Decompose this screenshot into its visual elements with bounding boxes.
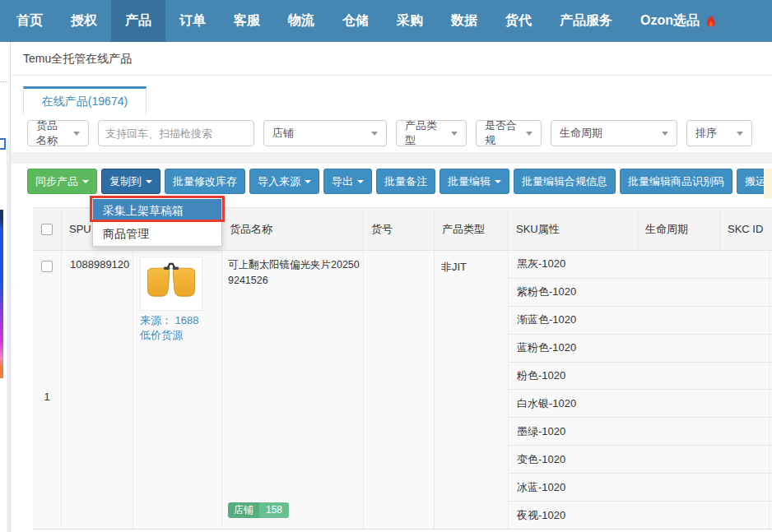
product-type-value: 非JIT — [435, 251, 508, 275]
source-link-label[interactable]: 低价货源 — [140, 328, 219, 343]
menu-item-collect-draft-box[interactable]: 采集上架草稿箱 — [93, 199, 221, 222]
row-checkbox[interactable] — [41, 261, 53, 272]
spu-cell: 1088989120 — [62, 251, 133, 529]
nav-item-customer-service[interactable]: 客服 — [220, 0, 274, 42]
cutoff-right-element — [764, 169, 772, 198]
lifecycle-select[interactable]: 生命周期 — [551, 120, 677, 146]
nav-item-freight[interactable]: 货代 — [491, 0, 546, 42]
source-link-1688[interactable]: 来源： 1688 低价货源 — [140, 313, 219, 343]
nav-item-data[interactable]: 数据 — [437, 0, 491, 42]
chevron-down-icon — [451, 132, 458, 136]
select-all-cell — [33, 208, 62, 250]
batch-edit-compliance-button[interactable]: 批量编辑合规信息 — [514, 169, 616, 194]
image-cell: 来源： 1688 低价货源 — [133, 251, 222, 529]
lifecycle-select-value: 生命周期 — [560, 126, 602, 141]
sku-attr-row: 紫粉色-1020 — [509, 279, 772, 307]
copy-to-button[interactable]: 复制到 — [101, 169, 160, 194]
sync-products-button[interactable]: 同步产品 — [27, 169, 97, 194]
app-screen: 首页 授权 产品 订单 客服 物流 仓储 采购 数据 货代 产品服务 Ozon选… — [0, 0, 772, 532]
batch-edit-button[interactable]: 批量编辑 — [439, 169, 509, 194]
sku-attr-row: 粉色-1020 — [509, 363, 772, 391]
header-product-type: 产品类型 — [435, 208, 509, 250]
sku-attr-row: 夜视-1020 — [509, 502, 772, 530]
row-index: 1 — [33, 391, 61, 403]
chevron-down-icon — [526, 132, 532, 136]
sku-attrs-cell: 黑灰-1020 紫粉色-1020 渐蓝色-1020 蓝粉色-1020 粉色-10… — [509, 251, 772, 529]
sunglasses-image — [143, 262, 199, 305]
flame-icon — [705, 14, 717, 29]
nav-item-products[interactable]: 产品 — [111, 0, 165, 42]
button-label: 批量编辑合规信息 — [522, 174, 607, 189]
export-button[interactable]: 导出 — [323, 169, 372, 194]
shop-select[interactable]: 店铺 — [263, 120, 387, 146]
nav-item-purchase[interactable]: 采购 — [383, 0, 437, 42]
search-box — [98, 120, 254, 146]
button-label: 导出 — [332, 174, 353, 189]
chevron-down-icon — [737, 132, 743, 136]
sku-attr-row: 白水银-1020 — [509, 390, 772, 418]
header-sku-attr: SKU属性 — [509, 208, 638, 250]
nav-item-auth[interactable]: 授权 — [57, 0, 111, 42]
button-label: 批量编辑 — [448, 174, 491, 189]
nav-item-home[interactable]: 首页 — [2, 0, 57, 42]
batch-modify-stock-button[interactable]: 批量修改库存 — [165, 169, 245, 194]
sku-attr-row: 黑灰-1020 — [509, 251, 772, 279]
product-type-select[interactable]: 产品类型 — [396, 120, 467, 146]
sort-select[interactable]: 排序 — [686, 120, 752, 146]
nav-item-ozon-selection[interactable]: Ozon选品 — [626, 0, 731, 42]
chevron-down-icon — [146, 180, 152, 183]
sku-attr-row: 渐蓝色-1020 — [509, 307, 772, 335]
nav-item-product-services[interactable]: 产品服务 — [546, 0, 626, 42]
batch-note-button[interactable]: 批量备注 — [376, 169, 435, 194]
products-table: SPU 货品名称 货号 产品类型 SKU属性 生命周期 SKC ID 1 108… — [33, 207, 772, 530]
row-select-cell: 1 — [33, 251, 62, 529]
sort-select-value: 排序 — [695, 126, 717, 141]
chevron-down-icon — [73, 132, 80, 136]
sku-attr-row: 变色-1020 — [509, 446, 772, 474]
tab-online-products[interactable]: 在线产品(19674) — [23, 86, 146, 114]
main-content: Temu全托管在线产品 在线产品(19674) 货品名称 店铺 产品类型 — [11, 42, 772, 532]
chevron-down-icon — [495, 180, 501, 183]
batch-edit-product-code-button[interactable]: 批量编辑商品识别码 — [620, 169, 732, 194]
chevron-down-icon — [357, 180, 364, 183]
button-label: 同步产品 — [35, 174, 78, 189]
item-no-cell — [364, 251, 435, 529]
badge-count: 158 — [259, 502, 289, 518]
shop-select-value: 店铺 — [272, 126, 294, 141]
source-prefix: 来源： 1688 — [140, 313, 219, 328]
select-all-checkbox[interactable] — [41, 224, 53, 235]
table-row: 1 1088989120 — [33, 251, 772, 530]
button-label: 批量修改库存 — [173, 174, 237, 189]
search-input[interactable] — [105, 127, 250, 140]
compliance-select[interactable]: 是否合规 — [476, 120, 542, 146]
spu-value: 1088989120 — [62, 251, 133, 271]
column-divider — [769, 251, 770, 529]
product-type-cell: 非JIT — [435, 251, 509, 529]
header-lifecycle: 生命周期 — [638, 208, 720, 250]
header-item-no: 货号 — [364, 208, 435, 250]
nav-item-label: Ozon选品 — [640, 12, 700, 30]
product-image[interactable] — [140, 257, 202, 311]
header-skc-id: SKC ID — [720, 208, 772, 250]
product-type-select-value: 产品类型 — [405, 118, 444, 148]
top-navbar: 首页 授权 产品 订单 客服 物流 仓储 采购 数据 货代 产品服务 Ozon选… — [0, 0, 772, 42]
badge-label: 店铺 — [228, 502, 259, 518]
nav-item-warehouse[interactable]: 仓储 — [328, 0, 383, 42]
button-label: 导入来源 — [258, 174, 300, 189]
menu-item-product-management[interactable]: 商品管理 — [93, 222, 221, 245]
chevron-down-icon — [305, 180, 311, 183]
chevron-down-icon — [662, 132, 668, 136]
left-gradient-bar — [0, 210, 3, 378]
nav-item-orders[interactable]: 订单 — [165, 0, 220, 42]
sku-attr-row: 冰蓝-1020 — [509, 474, 772, 502]
cutoff-sidebar-icon — [0, 138, 6, 150]
nav-item-logistics[interactable]: 物流 — [274, 0, 328, 42]
field-select[interactable]: 货品名称 — [27, 120, 89, 146]
compliance-select-value: 是否合规 — [485, 118, 519, 148]
shop-count-badge: 店铺 158 — [228, 502, 289, 518]
sku-attr-row: 蓝粉色-1020 — [509, 335, 772, 363]
breadcrumb: Temu全托管在线产品 — [11, 42, 772, 76]
name-cell: 可上翻太阳镜偏光夹片202509241526 店铺 158 — [222, 251, 364, 529]
section-divider — [11, 152, 772, 164]
import-source-button[interactable]: 导入来源 — [249, 169, 319, 194]
